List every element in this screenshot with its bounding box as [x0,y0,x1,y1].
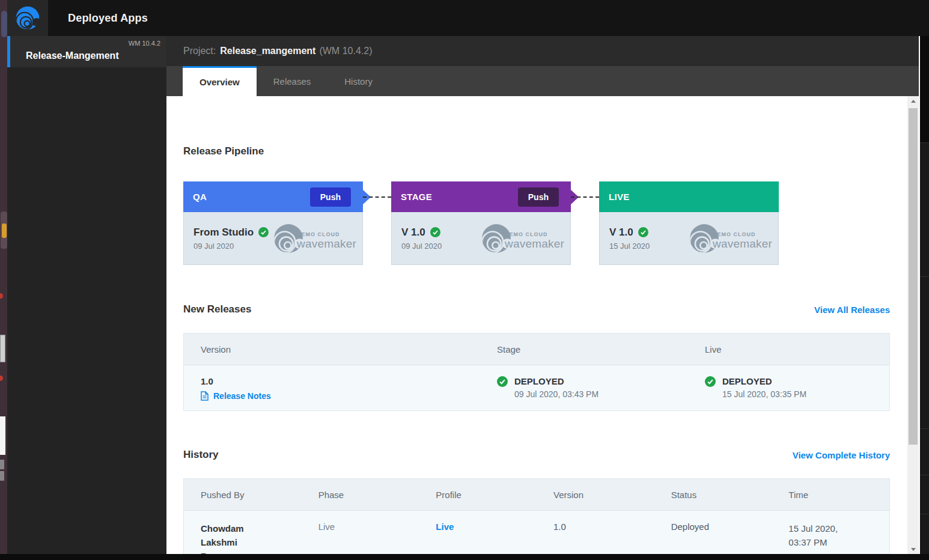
tab-history[interactable]: History [327,66,389,96]
history-header: History View Complete History [183,449,890,461]
release-pipeline: QA Push From Studio 09 Jul 2020 [183,181,890,265]
project-name-label: Release-Mangement [26,50,119,61]
stage-status-time: 09 Jul 2020, 03:43 PM [514,389,599,399]
pipeline-connector [571,181,599,212]
pushed-by-cell: Chowdam Lakshmi Ramana [184,511,274,554]
column-live: Live [688,344,889,355]
release-pipeline-title: Release Pipeline [183,145,890,157]
release-notes-link[interactable]: Release Notes [201,391,474,401]
stage-status: DEPLOYED [514,376,599,386]
release-notes-label[interactable]: Release Notes [213,391,271,401]
live-stage-label: LIVE [609,192,630,202]
tab-bar: Overview Releases History [166,66,919,96]
top-app-bar: Deployed Apps [7,0,929,36]
new-releases-header: New Releases View All Releases [183,303,890,315]
column-version: Version [537,490,654,500]
project-label: Project: [183,46,216,56]
bottom-edge-bar [0,554,929,560]
column-time: Time [772,490,889,500]
phase-cell: Live [302,511,419,554]
stage-card-header: STAGE Push [391,181,571,212]
column-profile: Profile [419,490,537,500]
dock-notification-dot [0,293,3,299]
vertical-scrollbar [907,96,919,554]
pipeline-connector [363,181,391,212]
history-table: Pushed By Phase Profile Version Status T… [183,478,890,554]
wavemaker-watermark: DEMO CLOUD wavemaker [273,223,356,254]
column-version: Version [184,344,480,355]
dock-icon-fragment [2,224,7,238]
divider [920,514,929,514]
dock-icon-fragment [0,335,5,362]
success-check-icon [430,227,440,237]
column-status: Status [654,490,772,500]
history-table-header: Pushed By Phase Profile Version Status T… [184,479,889,511]
divider [920,428,929,429]
screen: Deployed Apps WM 10.4.2 Release-Mangemen… [0,0,929,560]
watermark-wavemaker: wavemaker [297,237,356,251]
page-title: Deployed Apps [68,0,148,36]
overview-panel: Release Pipeline QA Push From Studio [166,96,907,554]
document-icon [201,391,209,401]
background-window-strip [920,36,929,554]
live-card-body: V 1.0 15 Jul 2020 [599,212,779,265]
project-wm-version: (WM 10.4.2) [319,46,372,56]
profile-cell: Live [419,511,537,554]
live-card-header: LIVE [599,181,779,212]
divider [920,276,929,277]
stage-version-label: V 1.0 [401,227,425,239]
scroll-down-button[interactable] [907,544,919,554]
new-releases-title: New Releases [183,303,251,315]
qa-version-label: From Studio [193,227,254,239]
stage-deploy-date: 09 Jul 2020 [401,242,442,251]
success-check-icon [705,376,716,387]
project-name: Release_mangement [220,46,315,56]
scroll-up-button[interactable] [907,96,919,106]
project-version-badge: WM 10.4.2 [129,40,160,47]
pipeline-card-live: LIVE V 1.0 15 Jul 2020 [599,181,779,265]
watermark-wavemaker: wavemaker [713,237,772,251]
divider [920,142,929,143]
column-stage: Stage [480,344,688,355]
new-releases-table: Version Stage Live 1.0 Release Notes [183,333,890,411]
wavemaker-logo[interactable] [7,0,48,36]
scrollbar-thumb[interactable] [909,108,918,445]
dock-notification-dot [0,376,3,381]
wavemaker-wave-icon [15,5,40,31]
version-cell: 1.0 Release Notes [184,365,480,410]
table-row: 1.0 Release Notes [184,365,889,410]
watermark-demo-cloud: DEMO CLOUD [505,231,564,237]
history-title: History [183,449,219,461]
live-status-cell: DEPLOYED 15 Jul 2020, 03:35 PM [688,365,889,410]
qa-card-body: From Studio 09 Jul 2020 [183,212,363,265]
version-cell: 1.0 [537,511,654,554]
watermark-demo-cloud: DEMO CLOUD [713,231,772,237]
pipeline-card-stage: STAGE Push V 1.0 09 Jul 2020 [391,181,571,265]
view-complete-history-link[interactable]: View Complete History [793,450,890,460]
status-cell: Deployed [654,511,772,554]
background-window-fragment [920,36,929,142]
arrow-up-icon [911,100,916,103]
dock-icon-fragment [0,471,4,481]
sidebar-item-release-mangement[interactable]: WM 10.4.2 Release-Mangement [7,36,166,67]
qa-card-header: QA Push [183,181,363,212]
profile-live-link[interactable]: Live [436,522,454,532]
pipeline-card-qa: QA Push From Studio 09 Jul 2020 [183,181,363,265]
tab-releases[interactable]: Releases [257,66,328,96]
table-row: Chowdam Lakshmi Ramana Live Live 1.0 Dep… [184,511,889,554]
stage-card-body: V 1.0 09 Jul 2020 [391,212,571,265]
live-status: DEPLOYED [722,376,806,386]
live-deploy-date: 15 Jul 2020 [609,242,650,251]
view-all-releases-link[interactable]: View All Releases [814,305,890,315]
success-check-icon [258,227,269,237]
live-version-label: V 1.0 [609,227,633,239]
stage-push-button[interactable]: Push [518,187,559,207]
time-cell: 15 Jul 2020, 03:37 PM [772,511,859,554]
project-header: Project: Release_mangement (WM 10.4.2) [166,36,919,66]
qa-deploy-date: 09 Jul 2020 [193,242,269,251]
os-dock-strip [0,0,7,554]
watermark-wavemaker: wavemaker [505,237,564,251]
qa-push-button[interactable]: Push [310,187,351,207]
column-pushed-by: Pushed By [184,490,302,500]
tab-overview[interactable]: Overview [183,66,257,96]
